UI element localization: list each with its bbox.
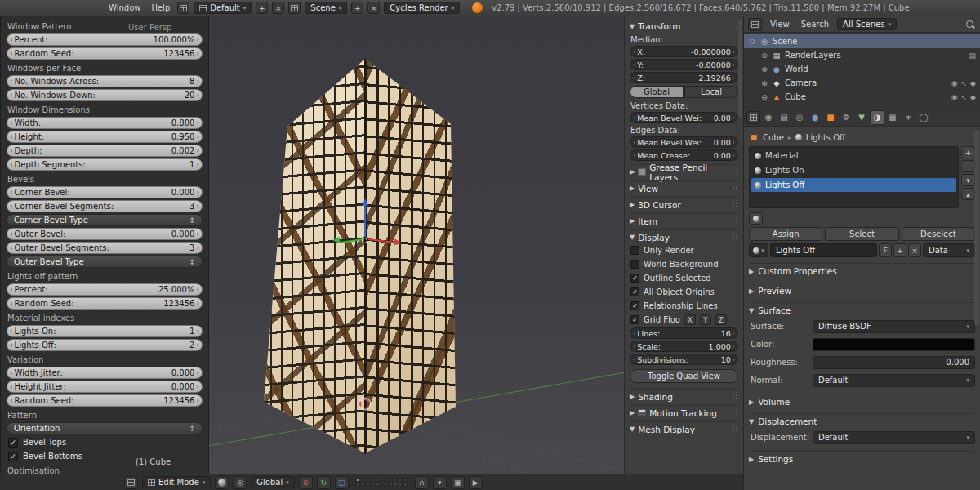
snap-magnet-button[interactable]: ∩ xyxy=(415,476,429,489)
increment-arrow-icon[interactable]: › xyxy=(733,152,735,159)
surface-shader-dropdown[interactable]: Diffuse BSDF▾ xyxy=(813,320,975,333)
pivot-point-dropdown[interactable]: ◎ xyxy=(233,476,247,489)
checkbox-bevel-tops[interactable]: ✓Bevel Tops xyxy=(7,436,203,448)
checkbox-bevel-bottoms[interactable]: ✓Bevel Bottoms xyxy=(7,450,203,462)
manipulator-z-arrow[interactable] xyxy=(362,198,368,206)
checkbox-all-object-origins[interactable]: ✓All Object Origins xyxy=(630,286,738,298)
decrement-arrow-icon[interactable]: ‹ xyxy=(633,343,635,350)
breadcrumb-object[interactable]: Cube xyxy=(763,133,784,142)
manipulator-y-arrow[interactable] xyxy=(332,237,340,243)
menu-outer-bevel-type[interactable]: Outer Bevel Type↕ xyxy=(7,256,203,268)
display-panel-header[interactable]: ▼Display∷ xyxy=(630,229,738,243)
select-button[interactable]: Select xyxy=(825,227,898,241)
viewport-3d[interactable]: User Persp (1) Cube ▼ Generate Windows W… xyxy=(0,16,743,474)
outliner-editor-type-icon[interactable] xyxy=(748,18,762,31)
decrement-arrow-icon[interactable]: ‹ xyxy=(10,327,13,335)
grease-pencil-panel-header[interactable]: ▶Grease Pencil Layers∷ xyxy=(630,164,738,177)
collapse-triangle-icon[interactable]: ▶ xyxy=(630,201,635,208)
add-layout-button[interactable]: + xyxy=(256,2,268,14)
field-width[interactable]: ‹Width:0.800› xyxy=(7,117,203,129)
decrement-arrow-icon[interactable]: ‹ xyxy=(10,300,13,307)
checkbox-outline-selected[interactable]: ✓Outline Selected xyxy=(630,272,738,284)
scene-dropdown[interactable]: Scene▾ xyxy=(305,2,347,14)
decrement-arrow-icon[interactable]: ‹ xyxy=(633,74,635,82)
world-tab-icon[interactable]: ● xyxy=(808,110,822,125)
collapse-triangle-icon[interactable]: ▶ xyxy=(630,217,635,225)
field-median-z[interactable]: ‹Z:2.19266› xyxy=(630,72,738,83)
outliner-row-scene[interactable]: ⊖◎Scene xyxy=(744,34,980,48)
object-tab-icon[interactable]: ■ xyxy=(823,110,838,125)
field-width-jitter[interactable]: ‹Width Jitter:0.000› xyxy=(7,367,203,379)
field-lights-off-index[interactable]: ‹Lights Off:2› xyxy=(7,339,203,351)
collapse-triangle-icon[interactable]: ▶ xyxy=(749,399,754,406)
checkbox-world-background[interactable]: World Background xyxy=(630,258,738,270)
menu-help[interactable]: Help xyxy=(148,3,173,12)
outliner-display-filter-dropdown[interactable]: All Scenes▾ xyxy=(837,18,897,30)
n-panel-scrollbar[interactable] xyxy=(738,20,742,118)
material-name-field[interactable]: Lights Off xyxy=(770,243,877,257)
layer-cell[interactable] xyxy=(403,478,408,482)
collapse-triangle-icon[interactable]: ▶ xyxy=(630,393,635,400)
screen-layout-icon[interactable] xyxy=(177,2,189,14)
layer-cell[interactable] xyxy=(376,478,380,482)
decrement-arrow-icon[interactable]: ‹ xyxy=(10,147,13,154)
properties-scrollbar[interactable] xyxy=(974,130,979,326)
increment-arrow-icon[interactable]: › xyxy=(196,203,199,210)
decrement-arrow-icon[interactable]: ‹ xyxy=(10,244,13,252)
field-corner-bevel[interactable]: ‹Corner Bevel:0.000› xyxy=(7,186,203,198)
layer-cell[interactable] xyxy=(356,478,360,482)
deselect-button[interactable]: Deselect xyxy=(902,227,975,241)
field-lights-on-index[interactable]: ‹Lights On:1› xyxy=(7,325,203,337)
collapse-triangle-icon[interactable]: ▶ xyxy=(630,185,635,192)
decrement-arrow-icon[interactable]: ‹ xyxy=(10,78,13,85)
increment-arrow-icon[interactable]: › xyxy=(196,36,199,43)
delete-layout-button[interactable]: × xyxy=(272,2,284,14)
slot-remove-button[interactable]: − xyxy=(961,160,975,172)
displacement-dropdown[interactable]: Default▾ xyxy=(813,431,975,444)
increment-arrow-icon[interactable]: › xyxy=(733,74,735,82)
layers-widget[interactable] xyxy=(356,478,408,487)
outliner-view-menu[interactable]: View xyxy=(767,20,793,29)
decrement-arrow-icon[interactable]: ‹ xyxy=(10,50,13,57)
expand-icon[interactable]: ⊖ xyxy=(760,93,768,101)
breadcrumb-material[interactable]: Lights Off xyxy=(806,133,845,142)
decrement-arrow-icon[interactable]: ‹ xyxy=(633,61,635,69)
increment-arrow-icon[interactable]: › xyxy=(196,91,199,99)
decrement-arrow-icon[interactable]: ‹ xyxy=(10,230,13,238)
render-layers-tab-icon[interactable]: ▤ xyxy=(777,110,791,125)
increment-arrow-icon[interactable]: › xyxy=(733,139,735,146)
panel-drag-handle[interactable]: ∷ xyxy=(733,234,738,242)
local-button[interactable]: Local xyxy=(684,86,738,98)
increment-arrow-icon[interactable]: › xyxy=(196,397,199,404)
collapse-triangle-icon[interactable]: ▼ xyxy=(749,418,754,425)
increment-arrow-icon[interactable]: › xyxy=(733,114,735,122)
increment-arrow-icon[interactable]: › xyxy=(196,300,199,307)
increment-arrow-icon[interactable]: › xyxy=(196,133,199,140)
checkbox-only-render[interactable]: Only Render xyxy=(630,244,738,256)
normal-dropdown[interactable]: Default▾ xyxy=(813,374,975,387)
fake-user-button[interactable]: F xyxy=(879,243,892,257)
collapse-triangle-icon[interactable]: ▼ xyxy=(630,425,635,433)
field-outer-bevel-segments[interactable]: ‹Outer Bevel Segments:3› xyxy=(7,242,203,254)
slot-lights-off[interactable]: Lights Off xyxy=(751,178,956,192)
layer-cell[interactable] xyxy=(389,478,393,482)
field-grid-scale[interactable]: ‹Scale:1.000› xyxy=(630,341,738,352)
layout-dropdown[interactable]: Default▾ xyxy=(194,2,252,14)
field-windows-down[interactable]: ‹No. Windows Down:20› xyxy=(7,89,203,101)
field-percent[interactable]: ‹Percent:100.000%› xyxy=(7,33,203,46)
color-swatch[interactable] xyxy=(813,338,975,351)
manipulator-scale-button[interactable]: ◱ xyxy=(335,476,349,489)
field-lights-off-percent[interactable]: ‹Percent:25.000%› xyxy=(7,283,203,296)
field-edge-bevel-weight[interactable]: ‹Mean Bevel Wei:0.00› xyxy=(630,136,738,148)
physics-tab-icon[interactable]: ◯ xyxy=(916,110,931,125)
render-engine-dropdown[interactable]: Cycles Render▾ xyxy=(384,2,460,14)
building-left-face[interactable] xyxy=(260,57,368,459)
increment-arrow-icon[interactable]: › xyxy=(196,341,199,349)
decrement-arrow-icon[interactable]: ‹ xyxy=(10,341,13,349)
layer-cell[interactable] xyxy=(361,483,365,487)
field-vertex-bevel-weight[interactable]: ‹Mean Bevel Wei:0.00› xyxy=(630,112,738,123)
outliner-row-cube[interactable]: ⊖▲Cube◉↖◆ xyxy=(744,90,980,104)
menu-corner-bevel-type[interactable]: Corner Bevel Type↕ xyxy=(7,214,203,226)
custom-properties-section-header[interactable]: ▶Custom Properties xyxy=(749,263,975,277)
decrement-arrow-icon[interactable]: ‹ xyxy=(10,203,13,210)
